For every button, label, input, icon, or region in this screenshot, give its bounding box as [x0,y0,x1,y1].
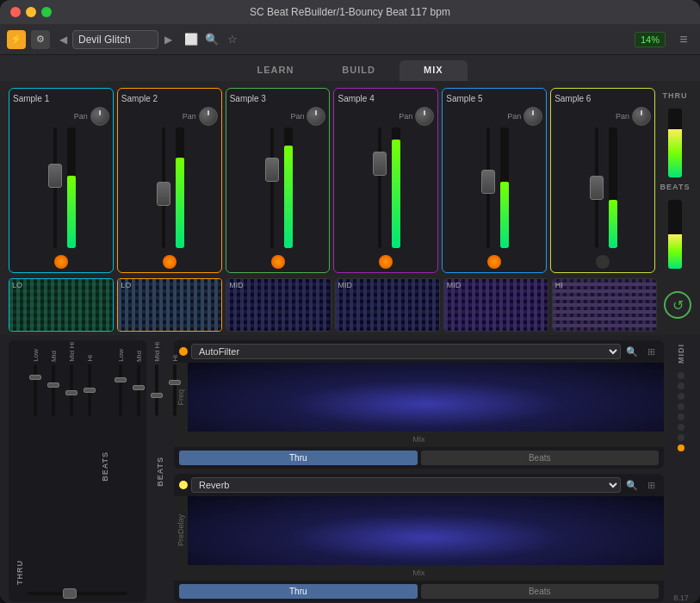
mute-btn-4[interactable] [379,255,393,269]
fx-unit-autofilter: AutoFilter 🔍 ⊞ Freq Mix [174,340,664,469]
fader-4[interactable] [371,127,388,248]
midi-panel: MIDI 8.17 [671,340,691,602]
version-text: 8.17 [673,594,689,602]
fx-pad-2[interactable] [188,496,664,565]
tab-learn[interactable]: LEARN [232,60,318,81]
fx-search-btn-2[interactable]: 🔍 [624,477,640,493]
beat-cell-4[interactable]: MID [335,278,440,332]
preset-select[interactable]: Devil Glitch [72,30,158,49]
fader-3[interactable] [263,127,281,248]
mute-btn-1[interactable] [54,255,68,269]
thru-label-left: THRU [15,347,24,585]
search-icon[interactable]: 🔍 [203,31,220,48]
tab-build[interactable]: BUILD [318,60,400,81]
midi-dot-4 [678,403,685,410]
slider-groups: THRU Low Mid [15,347,139,585]
fx-select-1[interactable]: AutoFilter [191,344,621,359]
beat-cell-3[interactable]: MID [226,278,331,332]
midi-dot-8 [678,444,685,451]
fx-dot-1[interactable] [179,347,188,356]
prev-preset-button[interactable]: ◀ [55,32,71,47]
fx-unit-reverb: Reverb 🔍 ⊞ PreDelay Mix [174,474,664,602]
close-button[interactable] [10,7,21,17]
beat-pattern-2 [118,279,221,331]
mute-btn-3[interactable] [271,255,285,269]
slider-thumb-hi-1[interactable] [84,388,96,393]
beat-cell-2[interactable]: LO [117,278,222,332]
pan-knob-2[interactable] [199,107,218,126]
channel-strip-6: Sample 6 Pan [550,88,655,273]
beat-cell-1[interactable]: LO [9,278,114,332]
slider-thumb-mid-1[interactable] [47,382,59,388]
beat-cell-label-3: MID [229,281,244,289]
fx-search-btn-1[interactable]: 🔍 [624,344,640,359]
slider-thumb-low-1[interactable] [29,375,41,380]
pan-label-5: Pan [507,112,521,121]
midi-dot-2 [678,382,685,389]
slider-thumb-hi-2[interactable] [169,380,181,385]
next-preset-button[interactable]: ▶ [160,32,176,47]
save-icon[interactable]: ⬜ [183,31,200,48]
level-meter-5 [500,127,509,248]
svg-rect-25 [553,279,656,331]
beat-cell-label-2: LO [121,281,131,289]
settings-button[interactable]: ⚙ [31,30,50,49]
slider-thumb-midhi-1[interactable] [65,390,77,395]
fx-select-2[interactable]: Reverb [191,477,621,493]
h-slider-thumb[interactable] [63,588,77,599]
fx-dot-2[interactable] [179,481,188,489]
lower-section: THRU Low Mid [0,335,700,603]
fader-2[interactable] [155,127,172,248]
beats-side-label: BEATS [156,457,164,487]
pan-knob-1[interactable] [90,107,109,126]
fx-pad-1[interactable] [188,363,664,432]
refresh-button[interactable]: ↺ [664,291,691,319]
pan-knob-3[interactable] [307,107,325,126]
thru-beats-panel: THRU Low Mid [9,340,146,602]
level-meter-6 [609,127,617,248]
midi-dot-3 [678,393,685,400]
channel-strip-4: Sample 4 Pan [333,88,438,273]
fader-5[interactable] [480,127,497,248]
channel-strip-5: Sample 5 Pan [442,88,547,273]
pan-knob-5[interactable] [523,107,542,126]
channel-label-6: Sample 6 [554,94,651,103]
fx-grid-btn-2[interactable]: ⊞ [643,477,659,493]
slider-thumb-midhi-2[interactable] [151,393,163,398]
beat-cell-5[interactable]: MID [443,278,548,332]
fx-grid-btn-1[interactable]: ⊞ [643,344,659,359]
mute-btn-5[interactable] [487,255,501,269]
beats-meter-right [668,200,682,269]
minimize-button[interactable] [26,7,36,17]
slider-label-low-1: Low [32,349,40,362]
tab-mix[interactable]: MIX [400,60,468,81]
maximize-button[interactable] [41,7,52,17]
fx-footer-2: Thru Beats [174,581,664,602]
pan-knob-4[interactable] [415,107,434,126]
fx-header-1: AutoFilter 🔍 ⊞ [174,340,664,363]
fx-body-2: PreDelay [174,496,664,565]
fx-thru-btn-1[interactable]: Thru [179,451,418,465]
slider-thumb-mid-2[interactable] [133,385,145,390]
level-meter-2 [176,127,184,248]
effects-panel: AutoFilter 🔍 ⊞ Freq Mix [174,340,664,602]
fx-beats-btn-1[interactable]: Beats [421,451,660,465]
level-meter-1 [67,127,76,248]
traffic-lights [10,7,52,17]
pan-label-3: Pan [290,112,304,121]
slider-thumb-low-2[interactable] [115,377,127,382]
beat-cell-6[interactable]: HI [552,278,657,332]
power-button[interactable]: ⚡ [7,30,26,49]
mute-btn-2[interactable] [163,255,177,269]
star-icon[interactable]: ☆ [224,31,241,48]
fx-beats-btn-2[interactable]: Beats [421,584,660,599]
fader-6[interactable] [588,127,605,248]
fx-footer-1: Thru Beats [174,447,664,469]
menu-button[interactable]: ≡ [674,30,693,49]
mute-btn-6[interactable] [596,255,610,269]
fader-1[interactable] [46,127,64,248]
fx-thru-btn-2[interactable]: Thru [179,584,418,599]
pan-knob-6[interactable] [632,107,651,126]
midi-dot-6 [678,424,685,431]
channel-label-3: Sample 3 [230,94,326,103]
